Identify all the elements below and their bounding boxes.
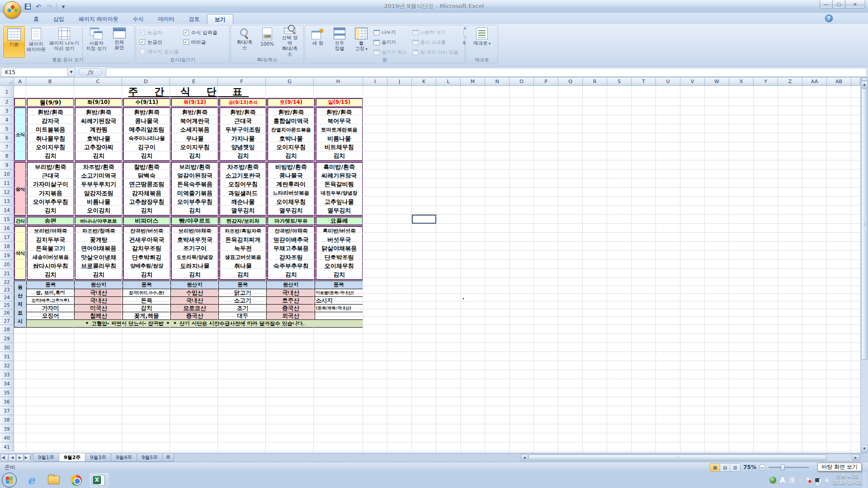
zoom-level[interactable]: 75% — [743, 464, 756, 470]
row-header-34[interactable]: 34 — [0, 379, 14, 388]
maximize-button[interactable]: ▢ — [832, 0, 845, 9]
origin-cell[interactable]: 미트볼(돈육:국내산) — [315, 289, 363, 297]
headings-checkbox[interactable]: ✓머리글 — [184, 38, 218, 46]
vertical-scroll-thumb[interactable] — [861, 89, 868, 360]
ime-hanja-indicator[interactable]: 漢 — [789, 476, 795, 484]
new-window-button[interactable]: 새 창 — [307, 26, 329, 58]
row-header-11[interactable]: 11 — [0, 178, 14, 188]
column-header-AA[interactable]: AA — [802, 78, 827, 86]
column-header-M[interactable]: M — [461, 78, 485, 86]
row-header-6[interactable]: 6 — [0, 133, 14, 142]
taskbar-clock[interactable]: 오후 4:35 2019-10-02 — [833, 474, 862, 486]
snack-cell[interactable]: 요플레 — [316, 216, 363, 225]
meal-cell[interactable]: 비빔밥/흰죽콩나물국계란후라이느타리버섯볶음오이채무침열무김치 — [267, 162, 315, 216]
zoom-button[interactable]: 확대/축소 — [233, 26, 256, 58]
meal-cell[interactable]: 보리밥/야채죽김치두부국돈육불고기새송이버섯볶음쌈다시마무침김치 — [27, 226, 74, 280]
column-header-D[interactable]: D — [122, 78, 170, 86]
origin-cell[interactable]: 쌀, 보리,흑미 — [26, 289, 75, 297]
row-header-39[interactable]: 39 — [0, 424, 14, 433]
view-side-by-side-button[interactable]: 나란히 보기 — [411, 28, 460, 37]
snack-cell[interactable]: 빵/야쿠르트 — [171, 216, 218, 225]
ribbon-tab-보기[interactable]: 보기 — [207, 14, 233, 24]
origin-cell[interactable]: 외국산 — [266, 312, 315, 320]
ribbon-tab-데이터[interactable]: 데이터 — [151, 14, 182, 24]
page-break-preview-button[interactable]: 페이지 나누기 미리 보기 — [47, 26, 81, 58]
row-header-19[interactable]: 19 — [0, 251, 14, 260]
row-header-20[interactable]: 20 — [0, 260, 14, 269]
scroll-down-button[interactable]: ▼ — [861, 445, 868, 452]
column-header-U[interactable]: U — [656, 78, 680, 86]
hide-button[interactable]: 숨기기 — [372, 38, 408, 47]
ribbon-tab-검토[interactable]: 검토 — [182, 14, 207, 24]
formula-bar-checkbox[interactable]: ✓수식 입력줄 — [184, 29, 218, 36]
origin-cell[interactable]: 모로코산 — [170, 304, 219, 312]
row-header-22[interactable]: 22 — [0, 278, 14, 286]
origin-cell[interactable]: 조기 — [218, 304, 267, 312]
column-header-A[interactable]: A — [14, 78, 26, 86]
synchronous-scrolling-button[interactable]: 동시 스크롤 — [411, 38, 460, 47]
custom-views-button[interactable]: 사용자 지정 보기 — [84, 26, 108, 58]
previous-sheet-button[interactable]: ◀ — [9, 454, 16, 461]
row-header-33[interactable]: 33 — [0, 370, 14, 379]
snack-cell[interactable]: 송편 — [27, 216, 74, 225]
row-header-25[interactable]: 25 — [0, 301, 14, 309]
sheet-tab-9월2주[interactable]: 9월2주 — [59, 453, 85, 462]
first-sheet-button[interactable]: ◀▏ — [1, 454, 8, 461]
sheet-tab-9월4주[interactable]: 9월4주 — [111, 453, 137, 462]
origin-cell[interactable]: 소시지 — [315, 296, 363, 305]
page-layout-shortcut[interactable]: ▤ — [720, 464, 730, 471]
row-header-38[interactable]: 38 — [0, 415, 14, 424]
row-header-24[interactable]: 24 — [0, 294, 14, 301]
show-desktop-button[interactable] — [863, 472, 868, 488]
column-header-N[interactable]: N — [485, 78, 509, 86]
ribbon-tab-수식[interactable]: 수식 — [126, 14, 151, 24]
meal-cell[interactable]: 흰밥/흰죽북어무국토마토계란볶음비름나물비트채무침김치 — [316, 107, 363, 161]
sheet-tab-9월5주[interactable]: 9월5주 — [137, 453, 163, 462]
column-header-R[interactable]: R — [583, 78, 607, 86]
meal-cell[interactable]: 차조밥/흰죽소고기토란국오징어무침과일샐러드깨순나물열무김치 — [219, 162, 267, 216]
selected-cell-K15[interactable] — [412, 215, 436, 224]
next-sheet-button[interactable]: ▶ — [16, 454, 24, 461]
meal-cell[interactable]: 보리밥/야채죽호박새우젓국조기구이도토리묵/양념장도라지나물김치 — [171, 226, 218, 280]
meal-cell[interactable]: 잡곡밥/버섯죽건새우아욱국갈치무조림단호박튀김양배추찜/쌈장김치 — [123, 226, 170, 280]
hidden-icons-chevron[interactable]: ▲ — [799, 478, 802, 482]
meal-cell[interactable]: 찰밥/흰죽닭백숙연근땅콩조림감자채볶음고추쌈장무침김치 — [123, 162, 170, 216]
row-header-29[interactable]: 29 — [0, 334, 14, 343]
meal-cell[interactable]: 흰밥/흰죽북어계란국소세지볶음무나물오이지무침김치 — [171, 107, 218, 161]
column-header-B[interactable]: B — [26, 78, 74, 86]
arrange-all-button[interactable]: 모두 정렬 — [329, 26, 350, 58]
meal-cell[interactable]: 잡곡밥/야채죽얼갈이배추국무채고추볶음감자조림숙주부추무침김치 — [267, 226, 315, 280]
row-header-9[interactable]: 9 — [0, 160, 14, 169]
column-header-J[interactable]: J — [387, 78, 412, 86]
column-header-L[interactable]: L — [436, 78, 461, 86]
row-header-4[interactable]: 4 — [0, 115, 14, 124]
chrome-button[interactable] — [67, 473, 86, 487]
snack-cell[interactable]: 바나나/야쿠르트 — [75, 216, 122, 225]
zoom-100-button[interactable]: 100% — [256, 26, 278, 58]
column-header-W[interactable]: W — [705, 78, 729, 86]
column-header-partial[interactable] — [851, 78, 860, 86]
name-box[interactable]: K15 — [1, 68, 68, 77]
zoom-to-selection-button[interactable]: 선택 영역 확대/축소 — [278, 26, 302, 58]
row-header-21[interactable]: 21 — [0, 269, 14, 278]
column-header-C[interactable]: C — [74, 78, 122, 86]
column-header-X[interactable]: X — [729, 78, 754, 86]
column-header-AB[interactable]: AB — [827, 78, 851, 86]
meal-cell[interactable]: 보리밥/흰죽근대국가자미살구이가지볶음오이부추무침김치 — [27, 162, 74, 216]
formula-input[interactable] — [106, 68, 867, 77]
column-header-O[interactable]: O — [509, 78, 534, 86]
freeze-panes-button[interactable]: 틀 고정 — [350, 26, 372, 58]
full-screen-button[interactable]: 전체 화면 — [108, 26, 130, 58]
start-button[interactable] — [2, 473, 17, 488]
column-header-Z[interactable]: Z — [778, 78, 802, 86]
select-all-corner[interactable] — [0, 78, 14, 86]
origin-cell[interactable]: 대두 — [218, 312, 267, 320]
origin-cell[interactable]: 소고기 — [218, 296, 267, 305]
minimize-button[interactable]: — — [820, 0, 833, 9]
origin-cell[interactable]: 호주산 — [266, 296, 315, 305]
origin-cell[interactable]: 중국산 — [170, 312, 219, 320]
origin-cell[interactable]: 국내산 — [74, 289, 123, 297]
help-button[interactable]: ? — [825, 14, 833, 22]
snack-cell[interactable]: 찐감자/보리차 — [219, 216, 267, 225]
row-header-12[interactable]: 12 — [0, 188, 14, 197]
